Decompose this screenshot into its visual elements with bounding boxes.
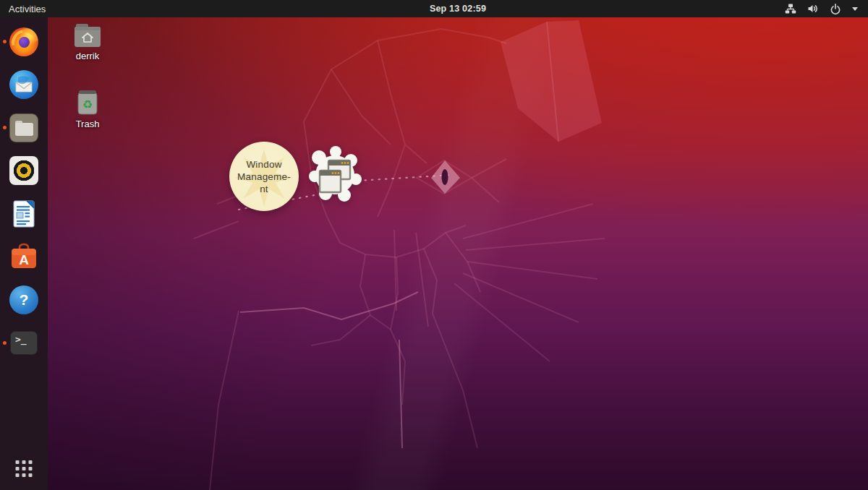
trash-icon: ♻	[73, 88, 102, 117]
thunderbird-icon	[9, 70, 38, 99]
activities-button[interactable]: Activities	[0, 0, 54, 17]
dock-item-files[interactable]	[0, 106, 48, 150]
ubuntu-desktop: { "top_bar": { "activities_label": "Acti…	[0, 0, 868, 490]
system-tray-button[interactable]	[775, 0, 868, 17]
running-indicator	[3, 126, 7, 129]
dock-item-terminal[interactable]: >_	[0, 322, 48, 365]
grid-dot	[29, 467, 33, 470]
show-applications-button[interactable]	[16, 460, 33, 477]
grid-dot	[16, 460, 20, 464]
tooltip-line: Manageme-	[237, 171, 291, 183]
software-letter: A	[19, 252, 29, 267]
running-indicator	[3, 40, 7, 43]
window-management-tooltip: Window Manageme- nt	[229, 142, 299, 211]
icon-label: derrik	[64, 51, 111, 61]
tooltip-line: Window	[246, 158, 281, 171]
dropdown-arrow-icon	[852, 7, 858, 11]
ubuntu-software-icon: A	[9, 242, 38, 271]
grid-dot	[29, 473, 33, 477]
dock-item-firefox[interactable]	[0, 20, 48, 64]
grid-dot	[16, 467, 20, 470]
grid-dot	[22, 467, 26, 470]
window-management-icon[interactable]	[308, 145, 363, 202]
desktop-icon-trash[interactable]: ♻ Trash	[64, 88, 111, 129]
power-icon	[830, 3, 841, 14]
dock-item-help[interactable]: ?	[0, 278, 48, 322]
dock-items: A ? >_	[0, 20, 48, 364]
top-bar: Activities Sep 13 02:59	[0, 0, 868, 17]
wired-network-icon	[785, 3, 796, 14]
grid-dot	[22, 473, 26, 477]
home-folder-icon	[72, 23, 103, 49]
tooltip-line: nt	[260, 183, 268, 195]
volume-icon	[807, 3, 819, 14]
grid-dot	[29, 460, 33, 464]
desktop-surface[interactable]	[48, 17, 868, 490]
icon-label: Trash	[64, 119, 111, 129]
running-indicator	[3, 341, 7, 345]
desktop-icon-home-folder[interactable]: derrik	[64, 23, 111, 61]
rhythmbox-speaker-icon	[9, 156, 38, 185]
dock-item-libreoffice-writer[interactable]	[0, 192, 48, 236]
dock: A ? >_	[0, 17, 48, 490]
front-window-glyph	[320, 171, 341, 192]
recycle-icon: ♻	[82, 98, 93, 111]
files-icon	[9, 113, 38, 142]
question-mark-glyph: ?	[20, 291, 29, 309]
dock-item-thunderbird[interactable]	[0, 64, 48, 107]
terminal-icon: >_	[10, 331, 38, 355]
firefox-icon	[9, 27, 38, 56]
clock-button[interactable]: Sep 13 02:59	[430, 0, 486, 17]
libreoffice-writer-icon	[9, 199, 38, 228]
help-icon: ?	[9, 285, 38, 314]
envelope-icon	[9, 70, 38, 99]
dock-item-rhythmbox[interactable]	[0, 150, 48, 193]
dock-item-ubuntu-software[interactable]: A	[0, 236, 48, 279]
terminal-prompt-glyph: >_	[15, 334, 27, 345]
grid-dot	[22, 460, 26, 464]
tooltip-text: Window Manageme- nt	[229, 142, 299, 211]
grid-dot	[16, 473, 20, 477]
